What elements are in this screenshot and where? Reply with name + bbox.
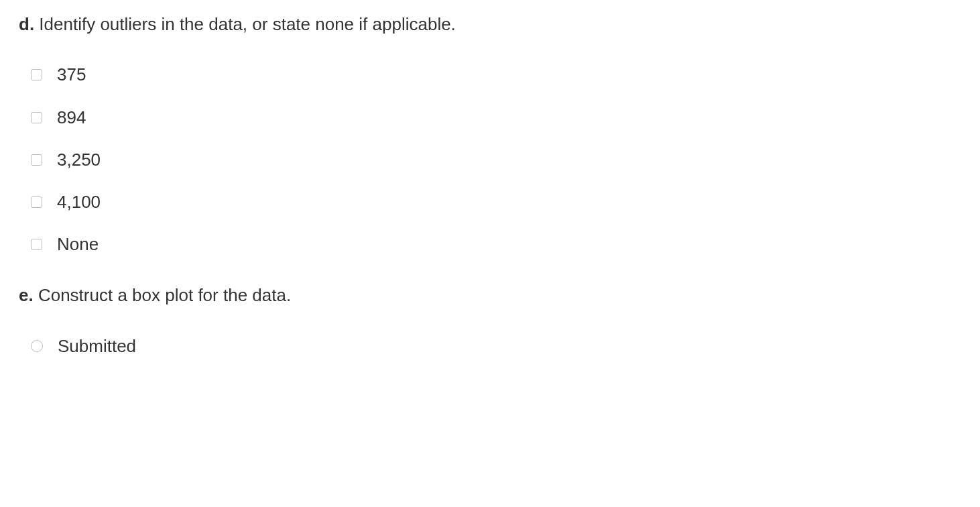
option-label: 375 [57,64,86,85]
option-row[interactable]: 4,100 [31,192,961,213]
option-row[interactable]: 375 [31,64,961,85]
checkbox-icon[interactable] [31,154,42,166]
question-e-label: e. [19,285,34,305]
checkbox-icon[interactable] [31,69,42,80]
question-e-options: Submitted [19,336,961,357]
checkbox-icon[interactable] [31,239,42,250]
question-d: d. Identify outliers in the data, or sta… [19,12,961,255]
option-label: Submitted [58,336,136,357]
option-row[interactable]: Submitted [31,336,961,357]
option-row[interactable]: 894 [31,107,961,128]
checkbox-icon[interactable] [31,112,42,123]
option-row[interactable]: None [31,234,961,255]
question-e-prompt: e. Construct a box plot for the data. [19,283,961,307]
question-e-text: Construct a box plot for the data. [38,285,291,305]
checkbox-icon[interactable] [31,196,42,208]
question-d-options: 375 894 3,250 4,100 None [19,64,961,255]
option-label: 4,100 [57,192,101,213]
question-d-text: Identify outliers in the data, or state … [39,14,456,34]
option-label: 894 [57,107,86,128]
question-e: e. Construct a box plot for the data. Su… [19,283,961,357]
radio-icon[interactable] [31,340,43,352]
option-label: None [57,234,99,255]
question-d-prompt: d. Identify outliers in the data, or sta… [19,12,961,36]
option-row[interactable]: 3,250 [31,150,961,170]
option-label: 3,250 [57,150,101,170]
question-d-label: d. [19,14,34,34]
